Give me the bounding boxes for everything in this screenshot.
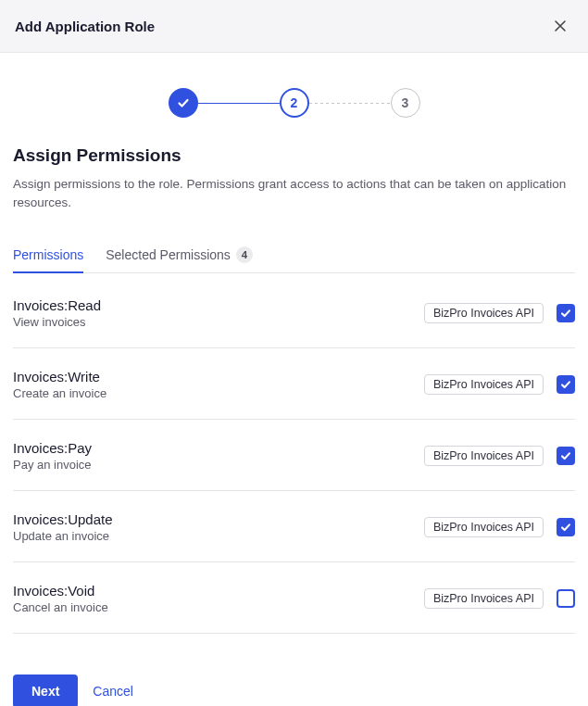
- permission-controls: BizPro Invoices API: [424, 303, 575, 323]
- check-icon: [176, 95, 191, 110]
- close-icon: [553, 19, 568, 33]
- step-3-pending: 3: [391, 88, 420, 118]
- section-description: Assign permissions to the role. Permissi…: [13, 175, 575, 213]
- permission-name: Invoices:Void: [13, 583, 108, 599]
- api-badge: BizPro Invoices API: [424, 588, 544, 609]
- permissions-list: Invoices:ReadView invoicesBizPro Invoice…: [13, 277, 575, 634]
- permission-description: Cancel an invoice: [13, 600, 108, 614]
- permission-info: Invoices:VoidCancel an invoice: [13, 583, 108, 614]
- step-2-current: 2: [280, 88, 309, 118]
- permission-name: Invoices:Update: [13, 511, 113, 527]
- api-badge: BizPro Invoices API: [424, 303, 544, 323]
- step-1-complete: [169, 88, 198, 118]
- step-connector-1-2: [198, 103, 280, 104]
- modal-header: Add Application Role: [0, 0, 588, 53]
- permission-checkbox[interactable]: [557, 589, 575, 608]
- api-badge: BizPro Invoices API: [424, 374, 544, 395]
- tab-label: Selected Permissions: [106, 247, 231, 262]
- permission-description: View invoices: [13, 315, 101, 329]
- permission-row: Invoices:VoidCancel an invoiceBizPro Inv…: [13, 562, 575, 634]
- permission-row: Invoices:UpdateUpdate an invoiceBizPro I…: [13, 491, 575, 562]
- check-icon: [559, 521, 572, 534]
- permission-row: Invoices:WriteCreate an invoiceBizPro In…: [13, 348, 575, 420]
- check-icon: [559, 378, 572, 391]
- selected-count-badge: 4: [236, 246, 253, 263]
- tab-selected-permissions[interactable]: Selected Permissions 4: [106, 239, 253, 272]
- permission-controls: BizPro Invoices API: [424, 446, 575, 466]
- permission-controls: BizPro Invoices API: [424, 517, 575, 537]
- tab-bar: Permissions Selected Permissions 4: [13, 239, 575, 273]
- permission-description: Create an invoice: [13, 386, 106, 400]
- permission-checkbox[interactable]: [557, 447, 575, 465]
- permission-row: Invoices:PayPay an invoiceBizPro Invoice…: [13, 420, 575, 491]
- next-button[interactable]: Next: [13, 674, 78, 707]
- check-icon: [559, 307, 572, 320]
- permission-info: Invoices:PayPay an invoice: [13, 440, 92, 472]
- permission-description: Update an invoice: [13, 529, 113, 543]
- permission-checkbox[interactable]: [557, 304, 575, 322]
- permission-controls: BizPro Invoices API: [424, 588, 575, 609]
- section-title: Assign Permissions: [13, 145, 575, 166]
- permission-description: Pay an invoice: [13, 458, 92, 472]
- permission-name: Invoices:Pay: [13, 440, 92, 456]
- modal-footer: Next Cancel: [0, 634, 588, 707]
- permission-controls: BizPro Invoices API: [424, 374, 575, 395]
- api-badge: BizPro Invoices API: [424, 517, 544, 537]
- permission-checkbox[interactable]: [557, 375, 575, 394]
- tab-permissions[interactable]: Permissions: [13, 239, 83, 272]
- permission-row: Invoices:ReadView invoicesBizPro Invoice…: [13, 277, 575, 348]
- step-connector-2-3: [309, 103, 391, 104]
- permission-name: Invoices:Read: [13, 297, 101, 313]
- modal-title: Add Application Role: [15, 19, 155, 34]
- permission-name: Invoices:Write: [13, 369, 106, 385]
- tab-label: Permissions: [13, 247, 83, 262]
- cancel-button[interactable]: Cancel: [93, 684, 133, 699]
- permission-info: Invoices:WriteCreate an invoice: [13, 369, 106, 400]
- stepper: 2 3: [0, 53, 588, 145]
- api-badge: BizPro Invoices API: [424, 446, 544, 466]
- check-icon: [559, 449, 572, 462]
- permission-checkbox[interactable]: [557, 518, 575, 536]
- permission-info: Invoices:ReadView invoices: [13, 297, 101, 329]
- permission-info: Invoices:UpdateUpdate an invoice: [13, 511, 113, 543]
- close-button[interactable]: [547, 13, 573, 39]
